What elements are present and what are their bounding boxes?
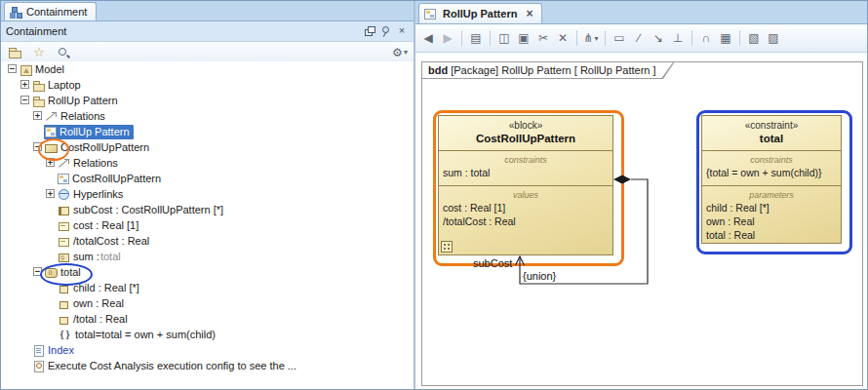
show-in-containment-icon[interactable]: ▤ — [467, 29, 485, 47]
tab-containment[interactable]: Containment — [4, 2, 97, 20]
collapse-minus-icon[interactable] — [20, 93, 31, 108]
expand-plus-icon[interactable] — [45, 186, 57, 202]
close-panel-icon[interactable]: × — [395, 24, 409, 38]
compartment-item-totalcost-real[interactable]: /totalCost : Real — [439, 214, 612, 228]
gear-dropdown-arrow: ▾ — [404, 48, 408, 57]
tree-item-content: { }total=total = own + sum(child) — [57, 328, 219, 342]
tree-item-execute-cost-analysis-execution-config-to-see-the[interactable]: Execute Cost Analysis execution config t… — [1, 358, 414, 373]
tree-item-model[interactable]: Model — [1, 61, 414, 77]
settings-gear-icon[interactable]: ⚙ ▾ — [391, 44, 409, 61]
tree-item-label: Model — [35, 63, 65, 75]
containment-tree: ModelLaptopRollUp PatternRelationsRollUp… — [1, 61, 414, 389]
perpendicular-style-icon[interactable]: ⊥ — [669, 29, 687, 47]
tree-item-relations[interactable]: Relations — [1, 155, 414, 171]
containment-panel: Containment Containment × ☆ ⚙ ▾ ModelLap… — [1, 1, 414, 389]
toolbar-separator — [461, 30, 462, 46]
compartment-label: constraints — [702, 151, 841, 166]
compartment-item-cost-real-1[interactable]: cost : Real [1] — [439, 201, 612, 214]
compartment-constraints: constraintssum : total — [439, 151, 612, 186]
search-icon[interactable] — [55, 44, 72, 61]
tree-item-totalcost-real[interactable]: /totalCost : Real — [1, 233, 414, 249]
tree-item-label: RollUp Pattern — [48, 95, 119, 106]
tree-item-costrolluppattern[interactable]: CostRollUpPattern — [1, 171, 414, 186]
cut-icon[interactable]: ✂ — [534, 29, 552, 47]
containment-panel-header: Containment × — [1, 21, 414, 42]
constraint-expression-icon: { } — [58, 329, 72, 341]
tree-item-label-muted: total — [100, 251, 122, 262]
tree-item-total-total-own-sum-child[interactable]: { }total=total = own + sum(child) — [1, 327, 414, 342]
save-as-image-icon[interactable]: ▧ — [745, 29, 763, 47]
tree-item-rollup-pattern[interactable]: RollUp Pattern — [1, 124, 414, 139]
tree-item-child-real[interactable]: child : Real [*] — [1, 280, 414, 295]
block-icon — [45, 141, 58, 154]
tree-item-laptop[interactable]: Laptop — [1, 77, 414, 93]
perpendicular-style-glyph: ⊥ — [673, 31, 683, 45]
float-window-icon[interactable] — [362, 24, 375, 38]
block-compartments: constraints{total = own + sum(child)}par… — [702, 151, 841, 244]
paste-icon[interactable]: ▣ — [515, 29, 533, 47]
tree-item-content: Index — [31, 343, 78, 358]
tree-item-content: own : Real — [57, 296, 128, 311]
diagram-tab-bar: RollUp Pattern × — [415, 1, 868, 24]
compartment-item-total-real[interactable]: total : Real — [702, 228, 841, 242]
tree-item-own-real[interactable]: own : Real — [1, 295, 414, 311]
subcost-role-label[interactable]: subCost — [473, 257, 512, 269]
delete-icon[interactable]: ✕ — [554, 29, 572, 47]
tree-item-content: Relations — [57, 156, 122, 171]
parameter-icon — [58, 282, 70, 294]
expand-plus-icon[interactable] — [20, 77, 31, 93]
add-note-icon[interactable]: ▭ — [611, 29, 628, 47]
tree-item-relations[interactable]: Relations — [1, 108, 414, 124]
draw-arrow-icon[interactable]: ↘ — [650, 29, 667, 47]
tree-item-label: CostRollUpPattern — [72, 173, 162, 184]
diagram-icon — [58, 174, 69, 184]
expand-plus-icon[interactable] — [45, 155, 57, 171]
tree-item-content: /totalCost : Real — [57, 234, 153, 249]
collapse-minus-icon[interactable] — [7, 61, 19, 77]
expand-plus-icon[interactable] — [32, 108, 44, 124]
nav-back-icon[interactable]: ◀ — [419, 29, 437, 47]
tree-item-label: total — [60, 266, 82, 278]
pin-panel-icon[interactable] — [378, 24, 392, 38]
lock-diagram-icon[interactable]: ▨ — [765, 29, 782, 47]
snap-magnet-icon[interactable]: ∩ — [697, 29, 715, 47]
tree-item-label: Relations — [60, 110, 106, 122]
open-specification-folder-icon[interactable] — [6, 44, 23, 61]
tree-item-costrolluppattern[interactable]: CostRollUpPattern — [1, 139, 414, 155]
block-costrolluppattern[interactable]: «block» CostRollUpPattern constraintssum… — [438, 115, 613, 255]
close-tab-icon[interactable]: × — [526, 9, 533, 19]
block-total-constraint[interactable]: «constraint» total constraints{total = o… — [701, 115, 842, 244]
compartment-parameters: parameterschild : Real [*]own : Realtota… — [702, 186, 841, 244]
snap-magnet-glyph: ∩ — [702, 31, 711, 45]
compartment-item-sum-total[interactable]: sum : total — [439, 166, 612, 179]
compartment-item-own-real[interactable]: own : Real — [702, 214, 841, 228]
collapse-minus-icon[interactable] — [32, 264, 44, 280]
tree-item-content: Laptop — [31, 78, 85, 93]
containment-toolbar: ☆ ⚙ ▾ — [1, 42, 414, 63]
nav-forward-icon[interactable]: ▶ — [439, 29, 456, 47]
tree-item-subcost-costrolluppattern[interactable]: subCost : CostRollUpPattern [*] — [1, 202, 414, 217]
tree-item-rollup-pattern[interactable]: RollUp Pattern — [1, 93, 414, 108]
compartment-item-total-own-sum-child[interactable]: {total = own + sum(child)} — [702, 166, 841, 179]
tab-rollup-pattern-diagram[interactable]: RollUp Pattern × — [418, 3, 542, 23]
compartment-label: constraints — [439, 151, 612, 166]
tree-item-total[interactable]: total — [1, 264, 414, 280]
tree-item-total-real[interactable]: /total : Real — [1, 311, 414, 327]
show-grid-icon[interactable]: ▦ — [717, 29, 734, 47]
tree-item-label: cost : Real [1] — [73, 219, 139, 231]
tree-item-index[interactable]: Index — [1, 342, 414, 358]
compartment-item-child-real[interactable]: child : Real [*] — [702, 201, 841, 214]
quick-layout-icon[interactable]: ⋔▾ — [582, 29, 600, 47]
tree-item-hyperlinks[interactable]: Hyperlinks — [1, 186, 414, 202]
diagram-canvas[interactable]: bdd [Package] RollUp Pattern [ RollUp Pa… — [415, 53, 868, 389]
tree-item-label: CostRollUpPattern — [60, 141, 150, 153]
block-stereotype: «constraint» — [704, 120, 839, 132]
tree-item-content: total — [44, 265, 85, 280]
tree-item-cost-real-1[interactable]: cost : Real [1] — [1, 217, 414, 233]
tree-item-sum-total[interactable]: sum : total — [1, 249, 414, 264]
draw-path-icon[interactable]: ∕ — [630, 29, 648, 47]
copy-icon[interactable]: ◫ — [495, 29, 513, 47]
collapse-minus-icon[interactable] — [32, 139, 44, 155]
union-constraint-label[interactable]: {union} — [523, 270, 556, 282]
favorites-star-icon[interactable]: ☆ — [30, 44, 48, 61]
